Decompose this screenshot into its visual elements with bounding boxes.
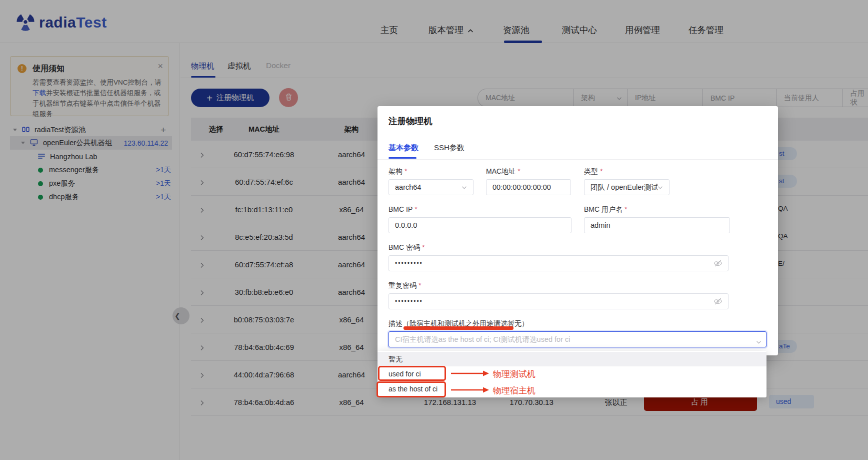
- repeat-password-input[interactable]: [388, 293, 728, 309]
- modal-active-tab-indicator: [388, 157, 416, 159]
- annotation-arrow-icon: [451, 370, 490, 379]
- mac-label: MAC地址*: [486, 167, 520, 176]
- app-screen: radiaTest 主页 版本管理 资源池 测试中心 用例管理 任务管理 ! 使…: [0, 0, 868, 460]
- type-label: 类型*: [584, 167, 602, 176]
- chevron-down-icon: [462, 183, 467, 191]
- annotation-arrow-icon: [451, 386, 490, 395]
- annotation-red-underline: [404, 326, 514, 330]
- annotation-red-box-as-the-host-of-ci: [376, 381, 446, 397]
- eye-off-icon[interactable]: [714, 297, 722, 307]
- bmc-user-input[interactable]: [584, 217, 730, 233]
- annotation-label-physical-test-machine: 物理测试机: [493, 368, 536, 380]
- mac-input[interactable]: [486, 179, 571, 195]
- required-mark: *: [418, 281, 421, 289]
- arch-label: 架构*: [388, 167, 407, 176]
- arch-select[interactable]: aarch64: [388, 179, 474, 195]
- modal-tabs-divider: [378, 159, 778, 160]
- bmc-password-label: BMC 密码*: [388, 243, 424, 252]
- bmc-password-input[interactable]: [388, 255, 728, 271]
- repeat-password-label: 重复密码*: [388, 281, 421, 290]
- annotation-red-box-used-for-ci: [378, 366, 446, 381]
- eye-off-icon[interactable]: [714, 259, 722, 269]
- modal-tab-ssh-params[interactable]: SSH参数: [434, 143, 464, 153]
- bmc-ip-input[interactable]: [388, 217, 572, 233]
- chevron-down-icon[interactable]: [756, 337, 762, 346]
- annotation-label-physical-host-machine: 物理宿主机: [493, 385, 536, 396]
- required-mark: *: [422, 243, 424, 251]
- arch-select-value: aarch64: [395, 183, 421, 191]
- required-mark: *: [518, 167, 520, 175]
- bmc-user-label: BMC 用户名*: [584, 205, 627, 214]
- required-mark: *: [600, 167, 602, 175]
- type-select-value: 团队 / openEuler测试组: [590, 183, 658, 192]
- required-mark: *: [624, 205, 627, 213]
- dropdown-option-none[interactable]: 暂无: [378, 352, 766, 366]
- bmc-ip-label: BMC IP*: [388, 205, 418, 213]
- description-select-input[interactable]: [388, 331, 766, 347]
- required-mark: *: [404, 167, 407, 175]
- chevron-down-icon: [658, 183, 663, 191]
- register-machine-modal: 注册物理机 基本参数 SSH参数 架构* aarch64 MAC地址* 类型* …: [378, 106, 778, 355]
- modal-tab-basic-params[interactable]: 基本参数: [388, 143, 418, 153]
- type-select[interactable]: 团队 / openEuler测试组: [584, 179, 670, 195]
- required-mark: *: [414, 205, 417, 213]
- modal-title: 注册物理机: [388, 115, 432, 127]
